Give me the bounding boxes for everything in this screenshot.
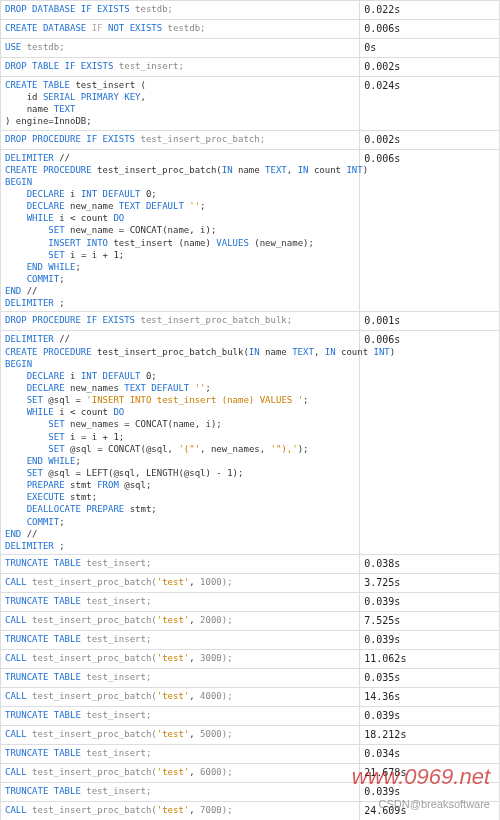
time-cell: 14.36s (360, 687, 500, 706)
sql-cell: CALL test_insert_proc_batch('test', 3000… (1, 649, 360, 668)
table-row: TRUNCATE TABLE test_insert;0.038s (1, 554, 500, 573)
table-row: CALL test_insert_proc_batch('test', 7000… (1, 801, 500, 820)
table-row: DROP PROCEDURE IF EXISTS test_insert_pro… (1, 130, 500, 149)
sql-cell: CALL test_insert_proc_batch('test', 4000… (1, 687, 360, 706)
sql-cell: DELIMITER // CREATE PROCEDURE test_inser… (1, 149, 360, 312)
table-row: DELIMITER // CREATE PROCEDURE test_inser… (1, 331, 500, 555)
time-cell: 0.002s (360, 58, 500, 77)
time-cell: 0.035s (360, 668, 500, 687)
sql-result-table: DROP DATABASE IF EXISTS testdb;0.022sCRE… (0, 0, 500, 820)
table-row: TRUNCATE TABLE test_insert;0.034s (1, 744, 500, 763)
table-row: TRUNCATE TABLE test_insert;0.039s (1, 630, 500, 649)
sql-cell: TRUNCATE TABLE test_insert; (1, 744, 360, 763)
time-cell: 21.678s (360, 763, 500, 782)
table-row: CREATE DATABASE IF NOT EXISTS testdb;0.0… (1, 20, 500, 39)
table-row: TRUNCATE TABLE test_insert;0.035s (1, 668, 500, 687)
table-row: CALL test_insert_proc_batch('test', 5000… (1, 725, 500, 744)
table-row: CALL test_insert_proc_batch('test', 4000… (1, 687, 500, 706)
table-row: CALL test_insert_proc_batch('test', 2000… (1, 611, 500, 630)
time-cell: 3.725s (360, 573, 500, 592)
sql-cell: CALL test_insert_proc_batch('test', 7000… (1, 801, 360, 820)
table-row: DROP DATABASE IF EXISTS testdb;0.022s (1, 1, 500, 20)
sql-cell: CREATE TABLE test_insert ( id SERIAL PRI… (1, 77, 360, 131)
time-cell: 0.039s (360, 706, 500, 725)
sql-cell: TRUNCATE TABLE test_insert; (1, 782, 360, 801)
table-row: DELIMITER // CREATE PROCEDURE test_inser… (1, 149, 500, 312)
table-row: TRUNCATE TABLE test_insert;0.039s (1, 706, 500, 725)
time-cell: 0.038s (360, 554, 500, 573)
time-cell: 7.525s (360, 611, 500, 630)
time-cell: 0.024s (360, 77, 500, 131)
table-row: USE testdb;0s (1, 39, 500, 58)
time-cell: 0.022s (360, 1, 500, 20)
table-row: DROP TABLE IF EXISTS test_insert;0.002s (1, 58, 500, 77)
time-cell: 0.001s (360, 312, 500, 331)
sql-cell: CALL test_insert_proc_batch('test', 6000… (1, 763, 360, 782)
sql-cell: CALL test_insert_proc_batch('test', 2000… (1, 611, 360, 630)
time-cell: 11.062s (360, 649, 500, 668)
sql-cell: DROP DATABASE IF EXISTS testdb; (1, 1, 360, 20)
sql-cell: DROP TABLE IF EXISTS test_insert; (1, 58, 360, 77)
sql-cell: CALL test_insert_proc_batch('test', 5000… (1, 725, 360, 744)
table-row: DROP PROCEDURE IF EXISTS test_insert_pro… (1, 312, 500, 331)
time-cell: 0.006s (360, 20, 500, 39)
time-cell: 0.039s (360, 630, 500, 649)
sql-cell: DROP PROCEDURE IF EXISTS test_insert_pro… (1, 312, 360, 331)
table-row: CREATE TABLE test_insert ( id SERIAL PRI… (1, 77, 500, 131)
table-row: TRUNCATE TABLE test_insert;0.039s (1, 782, 500, 801)
sql-cell: CREATE DATABASE IF NOT EXISTS testdb; (1, 20, 360, 39)
sql-cell: DROP PROCEDURE IF EXISTS test_insert_pro… (1, 130, 360, 149)
sql-cell: TRUNCATE TABLE test_insert; (1, 706, 360, 725)
time-cell: 0s (360, 39, 500, 58)
time-cell: 18.212s (360, 725, 500, 744)
time-cell: 0.002s (360, 130, 500, 149)
time-cell: 0.006s (360, 331, 500, 555)
sql-cell: TRUNCATE TABLE test_insert; (1, 554, 360, 573)
time-cell: 0.034s (360, 744, 500, 763)
time-cell: 0.006s (360, 149, 500, 312)
table-row: CALL test_insert_proc_batch('test', 6000… (1, 763, 500, 782)
sql-cell: CALL test_insert_proc_batch('test', 1000… (1, 573, 360, 592)
time-cell: 0.039s (360, 592, 500, 611)
table-row: TRUNCATE TABLE test_insert;0.039s (1, 592, 500, 611)
table-row: CALL test_insert_proc_batch('test', 3000… (1, 649, 500, 668)
sql-cell: TRUNCATE TABLE test_insert; (1, 592, 360, 611)
time-cell: 24.609s (360, 801, 500, 820)
sql-cell: TRUNCATE TABLE test_insert; (1, 630, 360, 649)
time-cell: 0.039s (360, 782, 500, 801)
sql-cell: DELIMITER // CREATE PROCEDURE test_inser… (1, 331, 360, 555)
sql-cell: USE testdb; (1, 39, 360, 58)
sql-cell: TRUNCATE TABLE test_insert; (1, 668, 360, 687)
table-row: CALL test_insert_proc_batch('test', 1000… (1, 573, 500, 592)
